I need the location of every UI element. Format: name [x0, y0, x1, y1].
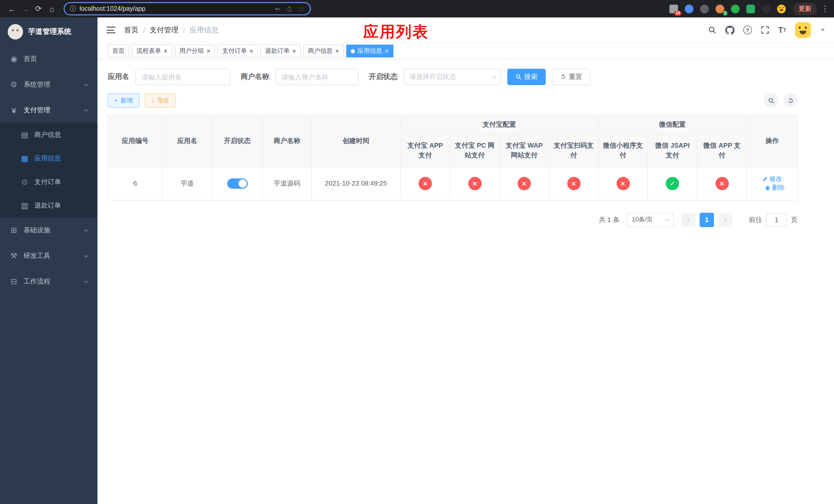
sidebar-item-label: 商户信息 — [35, 130, 61, 139]
extension-icon[interactable] — [685, 4, 694, 13]
tab-process-form[interactable]: 流程表单 × — [132, 45, 172, 58]
sidebar-item-app-info[interactable]: ▦ 应用信息 — [0, 147, 97, 170]
password-key-icon[interactable] — [275, 5, 281, 12]
app-logo[interactable]: 芋道管理系统 — [0, 18, 97, 46]
tab-close-icon[interactable]: × — [249, 48, 253, 54]
tab-label: 退款订单 — [265, 47, 290, 55]
status-label: 开启状态 — [369, 72, 397, 82]
page-size-value: 10条/页 — [632, 215, 653, 224]
devtools-icon: ⚒ — [10, 251, 18, 260]
sidebar-item-payment[interactable]: ¥ 支付管理 — [0, 97, 97, 123]
github-icon[interactable] — [725, 25, 734, 35]
tab-close-icon[interactable]: × — [292, 48, 296, 54]
add-button-label: 新增 — [120, 96, 133, 105]
extension-emoji-icon[interactable] — [777, 4, 786, 13]
cell-name: 芋道 — [162, 167, 212, 200]
fullscreen-icon[interactable] — [761, 26, 769, 35]
tab-pay-order[interactable]: 支付订单 × — [218, 45, 258, 58]
edit-link[interactable]: 修改 — [762, 175, 782, 183]
breadcrumb-item[interactable]: 支付管理 — [150, 25, 178, 35]
font-size-icon[interactable]: TT — [778, 26, 786, 34]
url-bar[interactable]: ⓘ localhost:1024/pay/app ☆ — [64, 2, 311, 15]
tab-close-icon[interactable]: × — [206, 48, 210, 54]
browser-menu-icon[interactable]: ⋮ — [821, 4, 829, 13]
reload-icon[interactable]: ⟳ — [32, 2, 45, 15]
prev-page-button[interactable]: ‹ — [681, 212, 696, 227]
col-header-wechat-mini: 微信小程序支付 — [598, 134, 648, 167]
forward-icon[interactable]: → — [19, 2, 32, 15]
sidebar-item-infra[interactable]: ⊞ 基础设施 — [0, 217, 97, 243]
col-header-alipay-qr: 支付宝扫码支付 — [549, 134, 598, 167]
merchant-name-input[interactable] — [276, 69, 358, 85]
tab-app-info[interactable]: 应用信息 × — [346, 45, 393, 58]
extension-icon[interactable] — [700, 4, 709, 13]
sidebar-toggle-icon[interactable] — [107, 27, 115, 33]
toggle-search-button[interactable] — [764, 93, 778, 108]
merchant-card-icon: ▤ — [21, 130, 29, 139]
tab-user-group[interactable]: 用户分组 × — [175, 45, 215, 58]
sidebar-item-home[interactable]: ◉ 首页 — [0, 46, 97, 72]
search-icon[interactable] — [708, 26, 717, 35]
breadcrumb-separator: / — [143, 26, 145, 34]
add-button[interactable]: + 新增 — [108, 93, 139, 108]
share-icon[interactable] — [286, 5, 293, 12]
help-icon[interactable]: ? — [743, 26, 752, 35]
refresh-button[interactable] — [783, 93, 797, 108]
site-info-icon[interactable]: ⓘ — [70, 4, 76, 13]
delete-link[interactable]: 删除 — [765, 183, 785, 192]
sidebar-item-workflow[interactable]: ⊟ 工作流程 — [0, 269, 97, 294]
tab-label: 支付订单 — [222, 47, 247, 55]
tab-home[interactable]: 首页 — [108, 45, 129, 58]
reset-button[interactable]: 重置 — [552, 69, 590, 85]
extension-icon[interactable] — [746, 4, 755, 13]
sidebar: 芋道管理系统 ◉ 首页 ⚙ 系统管理 ¥ 支付管理 ▤ 商户信息 — [0, 18, 97, 504]
alipay-qr-status-icon: × — [567, 177, 580, 190]
wechat-mini-status-icon: × — [616, 177, 630, 190]
col-group-alipay: 支付宝配置 — [400, 115, 598, 134]
tab-close-icon[interactable]: × — [385, 48, 389, 54]
sidebar-item-pay-order[interactable]: ⊙ 支付订单 — [0, 170, 97, 194]
user-avatar[interactable] — [795, 22, 811, 38]
search-button[interactable]: 搜索 — [507, 69, 546, 85]
chrome-update-button[interactable]: 更新 — [793, 2, 817, 15]
extensions-puzzle-icon[interactable]: 10 — [670, 4, 678, 13]
page-1-button[interactable]: 1 — [700, 212, 714, 227]
export-button[interactable]: ↓ 导出 — [145, 93, 176, 108]
extension-badge: 1 — [722, 10, 728, 16]
cell-id: 6 — [108, 167, 162, 200]
page-size-select[interactable]: 10条/页 — [627, 212, 674, 227]
top-navbar: 首页 / 支付管理 / 应用信息 ? — [97, 18, 834, 43]
tab-label: 商户信息 — [308, 47, 333, 55]
sidebar-item-label: 研发工具 — [24, 251, 50, 260]
sidebar-item-merchant-info[interactable]: ▤ 商户信息 — [0, 123, 97, 147]
breadcrumb-separator: / — [183, 26, 185, 34]
table-row: 6 芋道 芋道源码 2021-10-23 08:49:25 × × × × × — [108, 167, 798, 200]
sidebar-item-refund-order[interactable]: ▥ 退款订单 — [0, 194, 97, 217]
extension-icon[interactable] — [731, 4, 740, 13]
status-select[interactable]: 请选择开启状态 — [404, 69, 501, 85]
status-select-placeholder: 请选择开启状态 — [409, 72, 456, 82]
goto-page-input[interactable] — [766, 213, 787, 226]
tab-refund-order[interactable]: 退款订单 × — [261, 45, 301, 58]
tab-close-icon[interactable]: × — [163, 48, 168, 54]
tab-merchant-info[interactable]: 商户信息 × — [303, 45, 344, 58]
app-name-input[interactable] — [135, 69, 230, 85]
next-page-button[interactable]: › — [718, 212, 732, 227]
status-toggle[interactable] — [227, 178, 247, 188]
extension-icon[interactable]: 1 — [716, 4, 724, 13]
goto-label: 前往 — [749, 215, 762, 224]
chevron-down-icon — [492, 74, 496, 78]
breadcrumb-item[interactable]: 首页 — [124, 25, 138, 35]
sidebar-item-devtools[interactable]: ⚒ 研发工具 — [0, 243, 97, 269]
tab-close-icon[interactable]: × — [335, 48, 339, 54]
bookmark-star-icon[interactable]: ☆ — [298, 5, 305, 13]
active-tab-dot-icon — [351, 49, 355, 53]
tab-label: 应用信息 — [357, 47, 382, 55]
back-icon[interactable]: ← — [5, 2, 19, 15]
sidebar-item-system[interactable]: ⚙ 系统管理 — [0, 72, 97, 97]
extension-icon[interactable] — [762, 4, 770, 13]
avatar-caret-icon[interactable] — [821, 29, 825, 31]
home-icon[interactable]: ⌂ — [45, 2, 59, 15]
wechat-jsapi-status-icon: ✓ — [666, 177, 679, 190]
tab-label: 首页 — [112, 47, 125, 55]
